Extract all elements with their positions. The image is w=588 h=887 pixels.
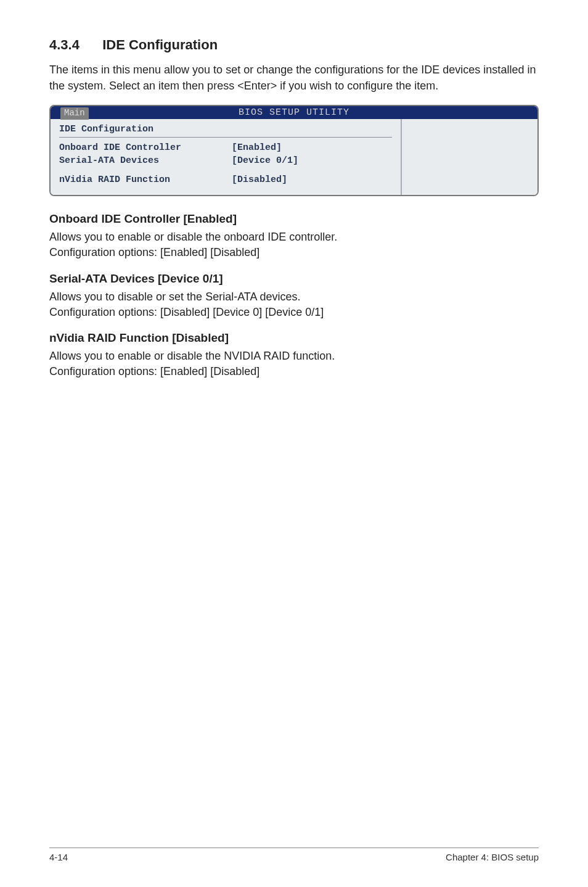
bios-row-key: nVidia RAID Function — [59, 175, 232, 185]
item-body: Allows you to enable or disable the onbo… — [49, 229, 539, 260]
bios-row-key: Serial-ATA Devices — [59, 155, 232, 166]
section-number: 4.3.4 — [49, 37, 99, 53]
bios-row-value: [Device 0/1] — [232, 155, 298, 166]
bios-row-value: [Enabled] — [232, 142, 282, 153]
section-heading: 4.3.4 IDE Configuration — [49, 37, 539, 53]
bios-row-gap — [59, 167, 392, 173]
bios-body: IDE Configuration Onboard IDE Controller… — [51, 119, 537, 195]
bios-screenshot: Main BIOS SETUP UTILITY IDE Configuratio… — [49, 105, 539, 196]
bios-right-panel — [402, 119, 537, 195]
item-heading: Serial-ATA Devices [Device 0/1] — [49, 272, 539, 286]
bios-tab-main: Main — [60, 107, 89, 120]
item-heading: Onboard IDE Controller [Enabled] — [49, 212, 539, 226]
bios-header-title: BIOS SETUP UTILITY — [51, 107, 537, 118]
page: 4.3.4 IDE Configuration The items in thi… — [0, 0, 588, 887]
footer-page-number: 4-14 — [49, 852, 68, 862]
item-heading: nVidia RAID Function [Disabled] — [49, 331, 539, 345]
bios-row-value: [Disabled] — [232, 175, 287, 185]
item-body: Allows you to enable or disable the NVID… — [49, 349, 539, 379]
bios-group-header: IDE Configuration — [59, 124, 392, 138]
bios-header: Main BIOS SETUP UTILITY — [51, 106, 537, 119]
bios-row: nVidia RAID Function [Disabled] — [59, 173, 392, 186]
section-title: IDE Configuration — [102, 37, 218, 52]
bios-row: Serial-ATA Devices [Device 0/1] — [59, 154, 392, 167]
footer-chapter: Chapter 4: BIOS setup — [446, 852, 539, 862]
item-body: Allows you to disable or set the Serial-… — [49, 289, 539, 320]
intro-paragraph: The items in this menu allow you to set … — [49, 62, 539, 94]
bios-left-panel: IDE Configuration Onboard IDE Controller… — [51, 119, 402, 195]
bios-row-key: Onboard IDE Controller — [59, 142, 232, 153]
bios-row: Onboard IDE Controller [Enabled] — [59, 141, 392, 154]
page-footer: 4-14 Chapter 4: BIOS setup — [49, 848, 539, 862]
